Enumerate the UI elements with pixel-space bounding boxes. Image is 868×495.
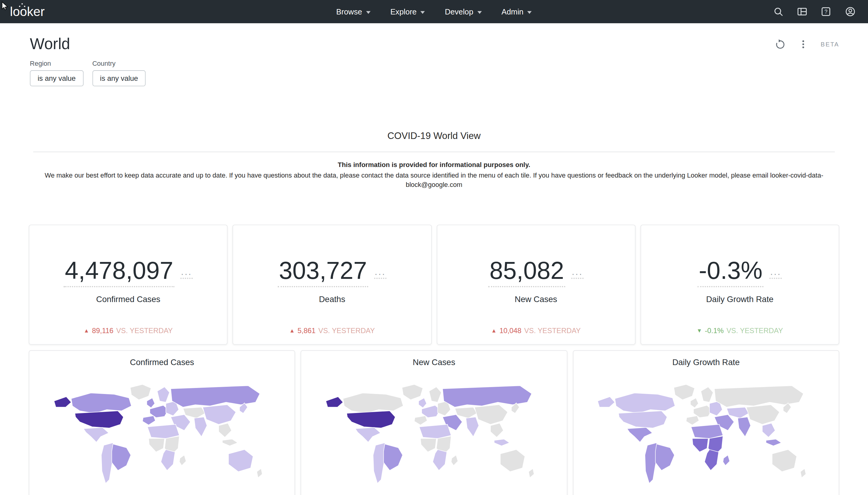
region-russia[interactable] bbox=[171, 386, 260, 407]
nav-item-browse[interactable]: Browse bbox=[336, 7, 370, 16]
region-iberia[interactable] bbox=[686, 416, 699, 425]
region-new-zealand[interactable] bbox=[529, 469, 534, 478]
region-iberia[interactable] bbox=[143, 416, 155, 425]
region-indonesia[interactable] bbox=[494, 439, 510, 446]
region-russia[interactable] bbox=[715, 386, 803, 407]
region-alaska[interactable] bbox=[598, 397, 615, 408]
region-usa[interactable] bbox=[619, 411, 667, 428]
search-icon[interactable] bbox=[773, 7, 783, 17]
kpi-more-menu[interactable]: ... bbox=[571, 268, 584, 279]
delta-value: 89,116 bbox=[92, 326, 113, 335]
region-scandinavia[interactable] bbox=[701, 387, 714, 403]
region-mexico[interactable] bbox=[83, 427, 108, 442]
region-iberia[interactable] bbox=[414, 416, 427, 425]
nav-item-admin[interactable]: Admin bbox=[502, 7, 532, 16]
region-greenland[interactable] bbox=[130, 385, 151, 400]
world-map-daily-growth-rate[interactable] bbox=[589, 380, 823, 495]
region-north-africa[interactable] bbox=[147, 425, 179, 439]
region-southern-africa[interactable] bbox=[705, 450, 719, 471]
region-brazil[interactable] bbox=[384, 444, 403, 471]
filter-region: Region is any value bbox=[30, 60, 83, 86]
region-usa[interactable] bbox=[347, 411, 395, 428]
world-map-new-cases[interactable] bbox=[317, 380, 551, 495]
region-china[interactable] bbox=[747, 405, 780, 425]
region-usa[interactable] bbox=[75, 411, 123, 428]
region-west-africa[interactable] bbox=[692, 439, 708, 452]
account-icon[interactable] bbox=[845, 6, 856, 17]
refresh-icon[interactable] bbox=[775, 39, 787, 50]
filter-country-value-button[interactable]: is any value bbox=[92, 70, 146, 86]
region-brazil[interactable] bbox=[656, 444, 675, 471]
region-india[interactable] bbox=[466, 417, 479, 437]
region-central-asia[interactable] bbox=[455, 407, 477, 419]
region-madagascar[interactable] bbox=[179, 455, 186, 466]
filter-region-value-button[interactable]: is any value bbox=[30, 70, 83, 86]
region-se-asia[interactable] bbox=[490, 423, 503, 438]
kpi-value[interactable]: -0.3% bbox=[698, 259, 763, 287]
region-canada[interactable] bbox=[71, 393, 132, 413]
region-india[interactable] bbox=[194, 417, 207, 437]
kpi-more-menu[interactable]: ... bbox=[180, 268, 193, 279]
region-greenland[interactable] bbox=[402, 385, 423, 400]
region-se-asia[interactable] bbox=[763, 423, 775, 438]
region-uk[interactable] bbox=[691, 398, 699, 408]
region-russia[interactable] bbox=[443, 386, 532, 407]
region-central-asia[interactable] bbox=[727, 407, 749, 419]
kpi-label: Confirmed Cases bbox=[96, 294, 161, 304]
filter-bar: Region is any value Country is any value bbox=[0, 53, 868, 86]
region-north-africa[interactable] bbox=[419, 425, 451, 439]
region-new-zealand[interactable] bbox=[801, 469, 806, 478]
region-alaska[interactable] bbox=[54, 397, 71, 408]
region-indonesia[interactable] bbox=[222, 439, 238, 446]
region-indonesia[interactable] bbox=[766, 439, 782, 446]
svg-text:?: ? bbox=[824, 9, 828, 15]
kpi-tile-deaths: 303,727 ... Deaths ▲ 5,861 VS. YESTERDAY bbox=[233, 225, 431, 345]
kpi-more-menu[interactable]: ... bbox=[770, 268, 782, 279]
kpi-value[interactable]: 303,727 bbox=[278, 259, 368, 287]
region-brazil[interactable] bbox=[112, 444, 131, 471]
region-north-africa[interactable] bbox=[691, 425, 723, 439]
map-tile-daily-growth-rate: Daily Growth Rate bbox=[573, 350, 839, 495]
region-canada[interactable] bbox=[343, 393, 403, 413]
region-greenland[interactable] bbox=[674, 385, 695, 400]
world-map-confirmed-cases[interactable] bbox=[45, 380, 279, 495]
chevron-down-icon bbox=[420, 11, 425, 14]
filter-label: Country bbox=[92, 60, 146, 68]
region-west-africa[interactable] bbox=[148, 439, 164, 452]
region-madagascar[interactable] bbox=[723, 455, 730, 466]
kpi-value[interactable]: 85,082 bbox=[488, 259, 565, 287]
region-uk[interactable] bbox=[419, 398, 427, 408]
nav-item-develop[interactable]: Develop bbox=[445, 7, 482, 16]
map-title: Daily Growth Rate bbox=[573, 358, 839, 367]
map-row: Confirmed Cases New Cases bbox=[29, 350, 839, 495]
kebab-menu-icon[interactable] bbox=[799, 39, 808, 49]
region-canada[interactable] bbox=[615, 393, 675, 413]
nav-item-explore[interactable]: Explore bbox=[390, 7, 425, 16]
region-australia[interactable] bbox=[228, 450, 253, 472]
region-china[interactable] bbox=[203, 405, 236, 425]
region-central-asia[interactable] bbox=[183, 407, 205, 419]
dashboards-icon[interactable] bbox=[797, 7, 807, 17]
help-icon[interactable]: ? bbox=[821, 7, 831, 17]
delta-value: 5,861 bbox=[298, 326, 316, 335]
region-madagascar[interactable] bbox=[451, 455, 458, 466]
region-west-africa[interactable] bbox=[420, 439, 436, 452]
region-new-zealand[interactable] bbox=[257, 469, 262, 478]
region-southern-africa[interactable] bbox=[161, 450, 175, 471]
region-australia[interactable] bbox=[772, 450, 797, 472]
region-se-asia[interactable] bbox=[219, 423, 232, 438]
delta-arrow-icon: ▼ bbox=[697, 328, 702, 334]
region-mexico[interactable] bbox=[627, 427, 653, 442]
region-mexico[interactable] bbox=[355, 427, 381, 442]
region-scandinavia[interactable] bbox=[157, 387, 169, 403]
region-india[interactable] bbox=[738, 417, 751, 437]
region-scandinavia[interactable] bbox=[429, 387, 441, 403]
looker-logo[interactable]: looker bbox=[10, 5, 45, 18]
kpi-more-menu[interactable]: ... bbox=[374, 268, 386, 279]
region-australia[interactable] bbox=[500, 450, 525, 472]
region-china[interactable] bbox=[474, 405, 507, 425]
region-uk[interactable] bbox=[147, 398, 154, 408]
kpi-value[interactable]: 4,478,097 bbox=[64, 259, 174, 287]
region-alaska[interactable] bbox=[326, 397, 343, 408]
region-southern-africa[interactable] bbox=[433, 450, 447, 471]
